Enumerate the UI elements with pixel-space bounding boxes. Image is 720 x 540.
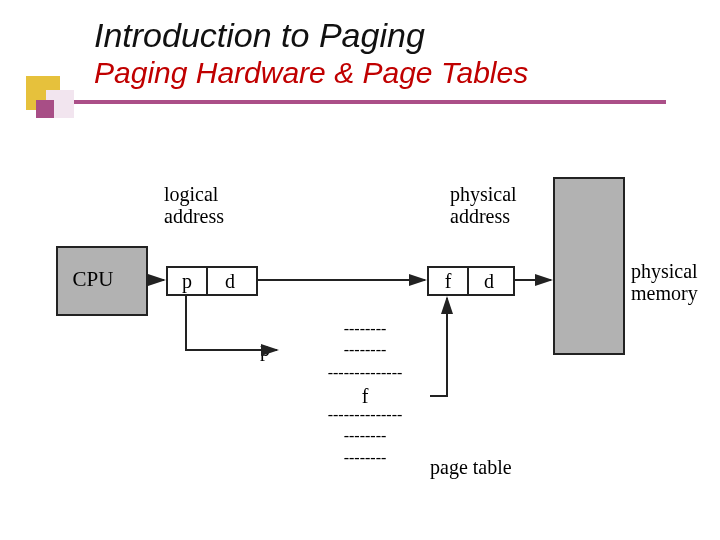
page-table-caption: page table <box>430 456 512 478</box>
page-table-row-6: -------- <box>310 450 420 467</box>
physical-frame-cell: f <box>429 268 469 294</box>
physical-address-row: f d <box>427 266 515 296</box>
physical-address-label: physical address <box>450 183 536 227</box>
page-table-index-p: p <box>260 338 270 360</box>
page-table-row-1: -------- <box>310 342 420 359</box>
logical-address-row: p d <box>166 266 258 296</box>
physical-memory-box <box>553 177 625 355</box>
page-table-row-4: -------------- <box>299 407 431 424</box>
page-table-row-0: -------- <box>310 321 420 338</box>
page-table-row-f: f <box>299 386 431 407</box>
page-title: Introduction to Paging <box>94 18 528 54</box>
logical-offset-cell: d <box>204 268 256 294</box>
decorative-squares <box>26 76 84 134</box>
logical-address-label: logical address <box>164 183 244 227</box>
page-subtitle: Paging Hardware & Page Tables <box>94 56 528 90</box>
physical-memory-label: physical memory <box>631 260 709 304</box>
physical-offset-cell: d <box>465 268 513 294</box>
page-table-row-2: -------------- <box>299 365 431 382</box>
logical-page-cell: p <box>168 268 208 294</box>
title-block: Introduction to Paging Paging Hardware &… <box>94 18 528 90</box>
title-underline <box>26 100 666 104</box>
cpu-label: CPU <box>72 268 114 291</box>
page-table-row-5: -------- <box>310 428 420 445</box>
